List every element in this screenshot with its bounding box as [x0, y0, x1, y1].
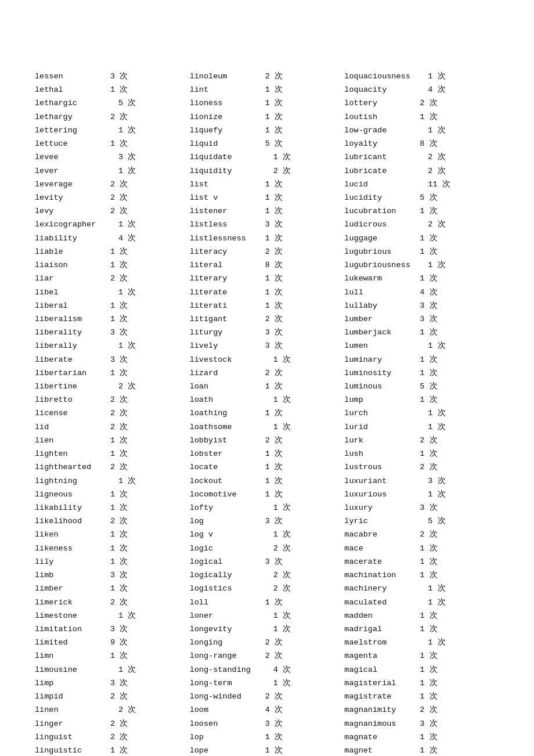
- word-label: luxurious: [344, 488, 420, 501]
- list-item: listless3 次: [190, 218, 345, 231]
- list-item: liar2 次: [35, 272, 190, 285]
- count-label: 2 次: [110, 272, 139, 285]
- word-label: lumen: [344, 339, 420, 352]
- word-label: liaison: [35, 258, 110, 272]
- count-label: 1 次: [420, 636, 449, 649]
- count-label: 1 次: [420, 393, 449, 406]
- list-item: linguistic1 次: [35, 744, 190, 756]
- word-label: luxury: [344, 501, 420, 514]
- count-label: 1 次: [265, 730, 294, 744]
- count-label: 2 次: [265, 366, 294, 380]
- list-item: log3 次: [190, 514, 345, 528]
- word-label: lurk: [344, 434, 420, 447]
- list-item: list1 次: [190, 178, 345, 191]
- word-label: magistrate: [344, 690, 420, 703]
- count-label: 1 次: [110, 663, 139, 676]
- word-label: lucubration: [344, 204, 420, 218]
- word-label: lethargy: [35, 110, 110, 124]
- list-item: lizard2 次: [190, 366, 345, 380]
- word-label: literacy: [190, 245, 265, 258]
- count-label: 1 次: [265, 622, 294, 636]
- count-label: 2 次: [110, 380, 139, 393]
- column-0: lessen3 次lethal1 次lethargic 5 次lethargy2…: [35, 70, 190, 756]
- list-item: lustrous2 次: [344, 460, 499, 474]
- list-item: lubricate 2 次: [344, 164, 499, 178]
- list-item: lop1 次: [190, 730, 345, 744]
- count-label: 3 次: [110, 150, 139, 164]
- word-label: lull: [344, 286, 420, 299]
- count-label: 2 次: [420, 460, 449, 474]
- word-label: lessen: [35, 70, 110, 83]
- list-item: linoleum2 次: [190, 70, 345, 83]
- count-label: 3 次: [420, 717, 449, 730]
- count-label: 2 次: [265, 542, 294, 555]
- list-item: loner 1 次: [190, 609, 345, 622]
- list-item: lucubration1 次: [344, 204, 499, 218]
- list-item: logistics 2 次: [190, 582, 345, 595]
- list-item: literati1 次: [190, 299, 345, 312]
- word-label: lizard: [190, 366, 265, 380]
- list-item: lukewarm1 次: [344, 272, 499, 285]
- list-item: limitation3 次: [35, 622, 190, 636]
- list-item: levy2 次: [35, 204, 190, 218]
- count-label: 1 次: [110, 339, 139, 352]
- count-label: 1 次: [265, 272, 294, 285]
- list-item: luminary1 次: [344, 353, 499, 366]
- count-label: 2 次: [110, 690, 139, 703]
- list-item: lint1 次: [190, 83, 345, 96]
- list-item: liberal1 次: [35, 299, 190, 312]
- count-label: 1 次: [265, 609, 294, 622]
- list-item: log v 1 次: [190, 528, 345, 541]
- count-label: 2 次: [420, 96, 449, 110]
- word-label: mace: [344, 542, 420, 555]
- list-item: madden1 次: [344, 609, 499, 622]
- word-label: limpid: [35, 690, 110, 703]
- word-label: literal: [190, 258, 265, 272]
- word-label: magical: [344, 663, 420, 676]
- list-item: limerick2 次: [35, 596, 190, 609]
- count-label: 2 次: [110, 596, 139, 609]
- list-item: long-range2 次: [190, 649, 345, 663]
- word-label: lien: [35, 434, 110, 447]
- count-label: 3 次: [265, 218, 294, 231]
- column-1: linoleum2 次lint1 次lioness1 次lionize1 次li…: [190, 70, 345, 756]
- word-label: lurch: [344, 406, 420, 420]
- list-item: loll1 次: [190, 596, 345, 609]
- list-item: lurk2 次: [344, 434, 499, 447]
- word-label: limited: [35, 636, 110, 649]
- count-label: 1 次: [265, 744, 294, 756]
- list-item: magnate1 次: [344, 730, 499, 744]
- count-label: 1 次: [110, 434, 139, 447]
- word-label: lighten: [35, 447, 110, 460]
- list-item: lethargy2 次: [35, 110, 190, 124]
- word-label: luggage: [344, 232, 420, 245]
- list-item: libretto2 次: [35, 393, 190, 406]
- word-label: loathing: [190, 406, 265, 420]
- list-item: lugubriousness 1 次: [344, 258, 499, 272]
- list-item: luminous5 次: [344, 380, 499, 393]
- list-item: magnanimity2 次: [344, 703, 499, 717]
- list-item: likability1 次: [35, 501, 190, 514]
- word-label: maculated: [344, 596, 420, 609]
- list-item: lumen 1 次: [344, 339, 499, 352]
- list-item: lockout1 次: [190, 474, 345, 488]
- count-label: 1 次: [110, 649, 139, 663]
- word-label: liable: [35, 245, 110, 258]
- count-label: 1 次: [420, 596, 449, 609]
- count-label: 1 次: [110, 245, 139, 258]
- count-label: 2 次: [110, 514, 139, 528]
- list-item: libertine 2 次: [35, 380, 190, 393]
- count-label: 1 次: [420, 690, 449, 703]
- word-label: libertine: [35, 380, 110, 393]
- word-label: magnanimity: [344, 703, 420, 717]
- word-label: long-winded: [190, 690, 265, 703]
- word-label: listlessness: [190, 232, 265, 245]
- word-label: lofty: [190, 501, 265, 514]
- count-label: 1 次: [420, 676, 449, 690]
- word-label: levee: [35, 150, 110, 164]
- word-label: lobbyist: [190, 434, 265, 447]
- list-item: maelstrom 1 次: [344, 636, 499, 649]
- list-item: machinery 1 次: [344, 582, 499, 595]
- list-item: machination1 次: [344, 568, 499, 582]
- word-label: lint: [190, 83, 265, 96]
